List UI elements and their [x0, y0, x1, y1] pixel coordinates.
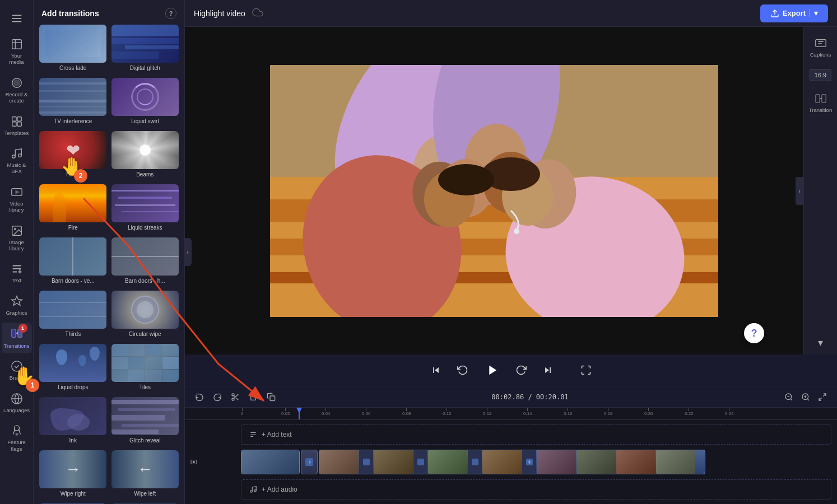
zoom-in-button[interactable] [799, 390, 812, 404]
video-clips [241, 450, 705, 474]
transition-barn-doors-v[interactable]: Barn doors - ve... [39, 237, 107, 286]
export-button[interactable]: Export ▾ [760, 4, 828, 22]
right-panel-captions[interactable]: Captions [806, 32, 836, 62]
transition-thumb-wipe-l: ← [111, 450, 179, 488]
transition-thirds[interactable]: Thirds [39, 291, 107, 339]
fit-timeline-button[interactable] [816, 390, 829, 404]
panel-collapse-button[interactable]: ‹ [184, 238, 192, 266]
add-audio-track[interactable]: + Add audio [241, 479, 831, 500]
right-panel-transition[interactable]: Transition [806, 88, 836, 118]
add-audio-label: + Add audio [262, 486, 297, 493]
help-button[interactable]: ? [744, 323, 764, 343]
transition-label-wipe-right: Wipe right [61, 491, 86, 499]
sidebar-item-transitions[interactable]: 1 Transitions [2, 323, 32, 353]
delete-button[interactable] [247, 390, 260, 404]
transition-glitch-reveal[interactable]: Glitch reveal [111, 397, 179, 446]
transition-label-wipe-left: Wipe left [134, 491, 156, 499]
timeline-zoom-controls [782, 390, 829, 404]
transition-ink[interactable]: Ink [39, 397, 107, 446]
transition-liquid-swirl[interactable]: Liquid swirl [111, 78, 179, 127]
transition-wipe-right[interactable]: → Wipe right [39, 450, 107, 499]
transition-wipe-left[interactable]: ← Wipe left [111, 450, 179, 499]
transition-tv-interference[interactable]: TV interference [39, 78, 107, 127]
transition-label-circular-wipe: Circular wipe [129, 331, 161, 339]
sidebar-item-templates[interactable]: Templates [2, 111, 32, 141]
transition-thumb-thirds [39, 291, 106, 329]
transition-circular-wipe[interactable]: Circular wipe [111, 291, 179, 339]
transition-label-digital-glitch: Digital glitch [130, 65, 160, 73]
track-label-video [185, 459, 241, 465]
hamburger-menu[interactable] [0, 6, 34, 31]
sidebar-label-feature-flags: Feature flags [4, 439, 30, 452]
undo-button[interactable] [193, 390, 206, 404]
fullscreen-button[interactable] [578, 362, 594, 378]
sidebar-item-record-create[interactable]: Record &create [2, 72, 32, 109]
transition-label-tiles: Tiles [139, 384, 151, 393]
skip-end-button[interactable] [540, 362, 556, 378]
transition-liquid-drops[interactable]: Liquid drops [39, 344, 107, 393]
play-button[interactable] [482, 360, 502, 380]
wipe-right-arrow-icon: → [65, 460, 81, 478]
sidebar-item-languages[interactable]: Languages [2, 388, 32, 418]
transition-liquid-streaks[interactable]: Liquid streaks [111, 184, 179, 233]
sidebar-item-music-sfx[interactable]: Music & SFX [2, 143, 32, 179]
forward-button[interactable] [513, 362, 529, 378]
transition-thumb-glitch [111, 397, 179, 435]
aspect-ratio-selector[interactable]: 16:9 [810, 69, 831, 81]
panel-help-icon[interactable]: ? [165, 8, 176, 19]
export-caret[interactable]: ▾ [809, 9, 818, 17]
cut-button[interactable] [229, 390, 242, 404]
track-content-video [241, 448, 837, 476]
svg-rect-39 [815, 40, 825, 47]
transition-barn-doors-h[interactable]: Barn doors - h... [111, 237, 179, 286]
transition-heart[interactable]: ❤ Heart [39, 131, 107, 180]
sidebar-label-graphics: Graphics [6, 310, 27, 316]
timeline-container: 00:02.86 / 00:20.01 [185, 386, 837, 504]
transition-thumb-drops [39, 344, 106, 382]
transition-label-liquid-streaks: Liquid streaks [128, 225, 162, 233]
transition-thumb-barn-v [39, 237, 106, 276]
sidebar-item-your-media[interactable]: Your media [2, 34, 32, 70]
add-text-track[interactable]: + Add text [241, 424, 831, 445]
svg-rect-44 [270, 396, 275, 401]
rewind-button[interactable] [455, 362, 471, 378]
svg-point-4 [13, 80, 20, 86]
right-panel-collapse-button[interactable]: › [796, 177, 803, 205]
sidebar-item-brand[interactable]: Brand [2, 356, 32, 385]
transition-label-cross-fade: Cross fade [59, 65, 86, 73]
playhead-line [299, 408, 300, 420]
timeline-ruler: 0 0:02 0:04 0:06 [185, 408, 837, 420]
transition-label-heart: Heart [66, 171, 80, 180]
sidebar-label-transitions: Transitions [3, 343, 29, 349]
right-panel-scroll-down[interactable]: ▾ [818, 337, 823, 354]
sidebar-item-text[interactable]: Text [2, 258, 32, 288]
transition-digital-glitch[interactable]: Digital glitch [111, 25, 179, 73]
svg-point-38 [438, 164, 494, 195]
sidebar-label-music-sfx: Music & SFX [4, 162, 30, 175]
duplicate-button[interactable] [264, 390, 278, 404]
transition-label-beams: Beams [136, 171, 154, 180]
clip-0[interactable] [241, 450, 300, 474]
transition-thumb-barn-h [111, 237, 179, 276]
video-placeholder [270, 65, 718, 317]
skip-start-button[interactable] [428, 362, 444, 378]
transition-cross-fade[interactable]: Cross fade [39, 25, 107, 73]
transition-on-timeline[interactable] [301, 450, 318, 474]
transition-fire[interactable]: Fire [39, 184, 107, 233]
video-controls [185, 354, 837, 386]
svg-rect-40 [815, 95, 819, 103]
svg-point-50 [250, 491, 253, 493]
sidebar-item-graphics[interactable]: Graphics [2, 291, 32, 320]
sidebar-item-video-library[interactable]: Video library [2, 181, 32, 218]
top-bar-left: Highlight video [194, 7, 263, 20]
sidebar-item-image-library[interactable]: Image library [2, 220, 32, 256]
transition-label-tv-interference: TV interference [54, 118, 92, 127]
sidebar-item-feature-flags[interactable]: Feature flags [2, 420, 32, 456]
zoom-out-button[interactable] [782, 390, 796, 404]
transition-label-fire: Fire [68, 225, 78, 233]
sidebar-label-image-library: Image library [4, 239, 30, 252]
transition-tiles[interactable]: Tiles [111, 344, 179, 393]
transition-beams[interactable]: Beams [111, 131, 179, 180]
redo-button[interactable] [211, 390, 224, 404]
clip-1[interactable] [319, 450, 705, 474]
